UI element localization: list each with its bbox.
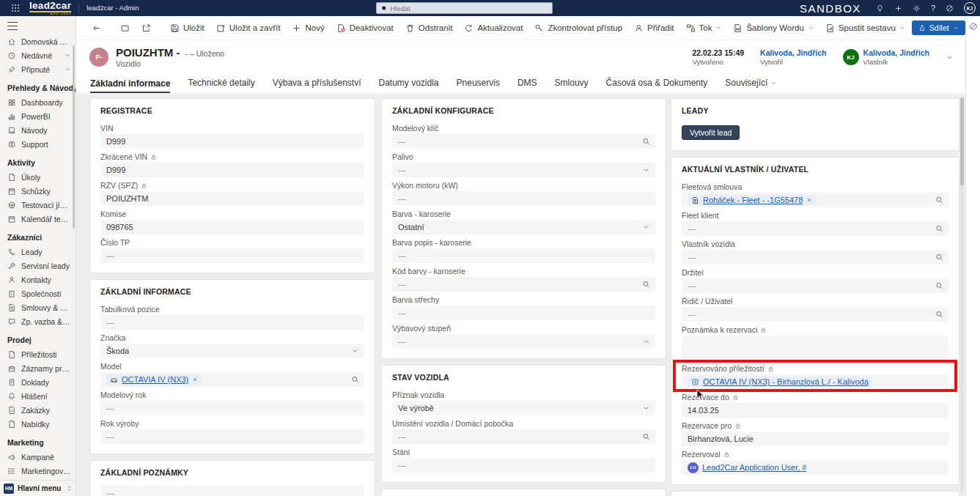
- barva-karoserie-dropdown[interactable]: Ostatní: [392, 220, 655, 234]
- run-report-button[interactable]: Spustit sestavu: [820, 21, 910, 36]
- quick-create-plus-icon[interactable]: [894, 4, 902, 12]
- popout-button[interactable]: [136, 21, 156, 36]
- owner-link[interactable]: Kalivoda, Jindřich: [863, 48, 929, 58]
- header-expand-chevron-icon[interactable]: [946, 53, 954, 62]
- sidebar-item-powerbi[interactable]: PowerBI: [0, 109, 75, 123]
- sidebar-item-recent[interactable]: Nedávné: [0, 48, 75, 62]
- rezervace-do-input[interactable]: 14.03.25: [682, 403, 948, 418]
- sidebar-item-doklady[interactable]: Doklady: [0, 375, 75, 389]
- create-lead-button[interactable]: Vytvořit lead: [682, 125, 740, 140]
- remove-x-icon[interactable]: [192, 377, 198, 382]
- sidebar-item-navody[interactable]: Návody: [0, 123, 75, 137]
- vykon-motoru-input[interactable]: ---: [392, 191, 655, 206]
- remove-x-icon[interactable]: [806, 197, 812, 203]
- search-icon[interactable]: [935, 196, 943, 204]
- model-lookup[interactable]: OCTAVIA IV (NX3): [100, 372, 364, 387]
- search-icon[interactable]: [642, 281, 650, 289]
- zkracene-vin-input[interactable]: D999: [100, 163, 364, 177]
- tab-technicke-detaily[interactable]: Technické detaily: [188, 78, 254, 93]
- ridic-uzivatel-lookup[interactable]: ---: [682, 307, 948, 322]
- search-icon[interactable]: [935, 282, 943, 290]
- sidepane-icon[interactable]: [969, 22, 978, 31]
- search-input[interactable]: [391, 4, 548, 12]
- sidebar-item-kampane[interactable]: Kampaně: [0, 450, 75, 464]
- sidebar-item-smlouvy-udalosti[interactable]: Smlouvy & Události: [0, 300, 75, 314]
- sidebar-item-zakazky[interactable]: Zakázky: [0, 403, 75, 417]
- modelovy-klic-lookup[interactable]: ---: [392, 134, 655, 149]
- delete-button[interactable]: Odstranit: [400, 21, 458, 36]
- search-icon[interactable]: [935, 225, 943, 233]
- main-scrollbar[interactable]: [960, 97, 964, 493]
- tab-pneuservis[interactable]: Pneuservis: [457, 78, 500, 93]
- vin-input[interactable]: D999: [100, 134, 364, 149]
- flow-button[interactable]: Tok: [681, 21, 727, 36]
- tab-casova-osa[interactable]: Časová osa & Dokumenty: [606, 78, 708, 93]
- rezervace-pro-input[interactable]: Birhanzlová, Lucie: [682, 432, 948, 446]
- waffle-menu-icon[interactable]: [7, 0, 23, 16]
- model-link[interactable]: OCTAVIA IV (NX3): [122, 375, 188, 384]
- created-by-link[interactable]: Kalivoda, Jindřich: [760, 48, 826, 58]
- search-icon[interactable]: [935, 311, 943, 319]
- vybavovy-stupen-dropdown[interactable]: ---: [392, 334, 655, 349]
- save-and-close-button[interactable]: Uložit a zavřít: [211, 21, 286, 36]
- refresh-button[interactable]: Aktualizovat: [459, 21, 528, 36]
- sidebar-item-kontakty[interactable]: Kontakty: [0, 273, 75, 286]
- kod-barvy-lookup[interactable]: ---: [392, 277, 655, 292]
- search-icon[interactable]: [351, 376, 359, 384]
- sidebar-item-zpetna-vazba[interactable]: Zp. vazba & CSS: [0, 314, 75, 328]
- sidebar-item-marketingove-seznamy[interactable]: Marketingové sez...: [0, 464, 75, 478]
- cislo-tp-input[interactable]: ---: [100, 248, 364, 263]
- sidebar-item-schuzky[interactable]: Schůzky: [0, 184, 75, 198]
- zakladni-poznamky-textarea[interactable]: ---: [100, 486, 364, 496]
- sidebar-item-spolecnosti[interactable]: Společnosti: [0, 286, 75, 300]
- sidebar-scrollbar[interactable]: [73, 45, 75, 229]
- sidebar-item-testovaci-jizdy[interactable]: Testovací jízdy: [0, 198, 75, 212]
- tab-datumy-vozidla[interactable]: Datumy vozidla: [379, 78, 439, 93]
- stani-input[interactable]: ---: [392, 458, 655, 473]
- back-button[interactable]: [86, 21, 106, 36]
- sidebar-item-leady[interactable]: Leady: [0, 245, 75, 259]
- sidebar-item-nabidky[interactable]: Nabídky: [0, 417, 75, 431]
- sidebar-item-dashboardy[interactable]: Dashboardy: [0, 95, 75, 109]
- area-switcher[interactable]: HM Hlavní menu: [0, 480, 76, 496]
- sidebar-item-kalendar-testovacich[interactable]: Kalendář testovac...: [0, 212, 75, 226]
- rzv-spz-input[interactable]: POIUZHTM: [100, 191, 364, 206]
- barva-popis-input[interactable]: ---: [392, 248, 655, 263]
- sidebar-item-zaznamy-prodeju[interactable]: Záznamy prodejů: [0, 361, 75, 375]
- tab-zakladni-informace[interactable]: Základní informace: [90, 78, 170, 94]
- fleetova-smlouva-lookup[interactable]: Roháček - Fleet - -1G55478: [682, 193, 948, 207]
- deactivate-button[interactable]: Deaktivovat: [331, 21, 399, 36]
- rezervovano-link[interactable]: OCTAVIA IV (NX3) - Birhanzlová L./ - Kal…: [703, 377, 869, 386]
- focus-view-button[interactable]: [115, 21, 135, 36]
- save-button[interactable]: Uložit: [165, 21, 210, 36]
- search-icon[interactable]: [642, 433, 650, 441]
- help-icon[interactable]: ?: [931, 4, 935, 12]
- fleet-klient-lookup[interactable]: ---: [682, 221, 948, 236]
- tab-souvisejici[interactable]: Související: [725, 78, 777, 93]
- check-access-button[interactable]: Zkontrolovat přístup: [529, 21, 627, 36]
- sidebar-item-prilezitosti[interactable]: Příležitosti: [0, 347, 75, 361]
- tab-vybava[interactable]: Výbava a příslušenství: [273, 78, 361, 93]
- lightbulb-icon[interactable]: [876, 4, 884, 12]
- znacka-dropdown[interactable]: Škoda: [100, 344, 364, 358]
- new-button[interactable]: Nový: [287, 21, 329, 36]
- modelovy-rok-input[interactable]: ---: [100, 401, 364, 415]
- komise-input[interactable]: 098765: [100, 220, 364, 234]
- sidebar-item-pinned[interactable]: Připnuté: [0, 62, 75, 76]
- sidebar-item-hlaseni[interactable]: Hlášení: [0, 389, 75, 403]
- rezervoval-lookup[interactable]: LU Lead2Car Application User, #: [682, 460, 948, 475]
- sidebar-item-ukoly[interactable]: Úkoly: [0, 170, 75, 184]
- search-icon[interactable]: [642, 138, 650, 146]
- drzitel-lookup[interactable]: ---: [682, 278, 948, 293]
- poznamka-k-rezervaci-textarea[interactable]: [682, 336, 948, 360]
- hamburger-menu-icon[interactable]: [7, 22, 18, 30]
- scrollbar-thumb[interactable]: [960, 97, 964, 185]
- filter-slash-icon[interactable]: [946, 4, 954, 12]
- assign-button[interactable]: Přiřadit: [629, 21, 679, 36]
- sidebar-item-servisni-leady[interactable]: Servisní leady: [0, 259, 75, 273]
- word-templates-button[interactable]: Šablony Wordu: [728, 21, 818, 36]
- share-button[interactable]: Sdílet: [912, 21, 965, 35]
- vlastnik-vozidla-lookup[interactable]: ---: [682, 250, 948, 264]
- tab-smlouvy[interactable]: Smlouvy: [555, 78, 589, 93]
- barva-strechy-input[interactable]: ---: [392, 306, 655, 320]
